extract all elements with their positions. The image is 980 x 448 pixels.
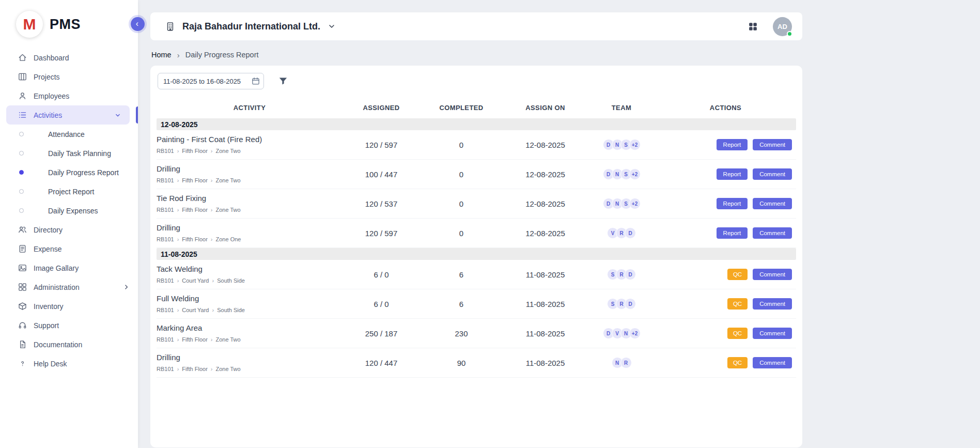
sidebar-item-inventory[interactable]: Inventory <box>0 297 138 316</box>
comment-button[interactable]: Comment <box>753 198 792 209</box>
completed-value: 230 <box>420 329 503 338</box>
sidebar-item-employees[interactable]: Employees <box>0 86 138 105</box>
team-avatar: D <box>625 269 636 280</box>
filter-button[interactable] <box>278 76 288 86</box>
report-button[interactable]: Report <box>717 168 748 180</box>
sidebar-subitem-daily-task-planning[interactable]: Daily Task Planning <box>0 144 138 163</box>
comment-button[interactable]: Comment <box>753 269 792 280</box>
path-project: RB101 <box>157 366 174 372</box>
completed-value: 6 <box>420 300 503 308</box>
comment-button[interactable]: Comment <box>753 328 792 339</box>
path-project: RB101 <box>157 148 174 154</box>
sidebar-item-directory[interactable]: Directory <box>0 220 138 239</box>
sidebar-subitem-daily-progress-report[interactable]: Daily Progress Report <box>0 163 138 182</box>
assign-on-value: 11-08-2025 <box>503 329 588 338</box>
sidebar-item-image-gallary[interactable]: Image Gallary <box>0 258 138 277</box>
report-button[interactable]: Report <box>717 227 748 239</box>
path-zone: Zone One <box>216 236 241 242</box>
report-button[interactable]: Report <box>717 139 748 150</box>
sidebar-item-support[interactable]: Support <box>0 316 138 335</box>
sidebar-item-label: Dashboard <box>34 54 69 62</box>
app-logo: M PMS <box>0 0 138 44</box>
qc-button[interactable]: QC <box>727 357 748 368</box>
sidebar-subitem-daily-expenses[interactable]: Daily Expenses <box>0 201 138 220</box>
assign-on-value: 11-08-2025 <box>503 359 588 367</box>
report-button[interactable]: Report <box>717 198 748 209</box>
activity-path: RB101›Court Yard›South Side <box>157 307 343 313</box>
sidebar-item-help-desk[interactable]: Help Desk <box>0 354 138 373</box>
sidebar-item-administration[interactable]: Administration <box>0 277 138 297</box>
activity-title: Marking Area <box>157 323 343 332</box>
chevron-right-icon: › <box>177 51 180 59</box>
column-header-team: TEAM <box>588 104 655 112</box>
table-row: Full Welding RB101›Court Yard›South Side… <box>157 289 796 319</box>
chevron-right-icon: › <box>177 366 179 372</box>
chevron-right-icon: › <box>177 277 179 284</box>
chevron-right-icon: › <box>177 236 179 242</box>
team-avatar: D <box>625 298 636 310</box>
company-selector[interactable]: Raja Bahadur International Ltd. <box>165 21 336 32</box>
bullet-icon <box>19 189 24 194</box>
team-avatars: DNS+2 <box>588 198 655 209</box>
home-icon <box>17 53 27 63</box>
comment-button[interactable]: Comment <box>753 357 792 368</box>
qc-button[interactable]: QC <box>727 328 748 339</box>
table-row: Tie Rod Fixing RB101›Fifth Floor›Zone Tw… <box>157 189 796 219</box>
users-icon <box>17 225 27 235</box>
bullet-icon <box>19 151 24 156</box>
online-status-dot <box>787 31 792 37</box>
path-project: RB101 <box>157 236 174 242</box>
path-floor: Fifth Floor <box>182 366 208 372</box>
assigned-value: 250 / 187 <box>343 329 420 338</box>
sidebar-item-label: Inventory <box>34 302 64 311</box>
help-icon <box>17 359 27 369</box>
assigned-value: 100 / 447 <box>343 170 420 179</box>
assigned-value: 6 / 0 <box>343 270 420 279</box>
activity-title: Drilling <box>157 164 343 173</box>
comment-button[interactable]: Comment <box>753 139 792 150</box>
path-project: RB101 <box>157 177 174 183</box>
completed-value: 0 <box>420 229 503 238</box>
qc-button[interactable]: QC <box>727 269 748 280</box>
sidebar-subitem-attendance[interactable]: Attendance <box>0 125 138 144</box>
comment-button[interactable]: Comment <box>753 168 792 180</box>
sidebar-item-expense[interactable]: Expense <box>0 239 138 258</box>
breadcrumb-home[interactable]: Home <box>151 51 172 59</box>
date-range-input[interactable] <box>158 73 264 89</box>
sidebar-collapse-button[interactable]: ‹ <box>131 17 145 31</box>
chevron-down-icon <box>114 112 121 119</box>
assign-on-value: 12-08-2025 <box>503 170 588 179</box>
app-name: PMS <box>50 17 81 33</box>
user-menu[interactable]: AD <box>773 17 792 36</box>
sidebar-item-projects[interactable]: Projects <box>0 67 138 86</box>
table-row: Drilling RB101›Fifth Floor›Zone Two 100 … <box>157 160 796 189</box>
path-project: RB101 <box>157 336 174 343</box>
chevron-right-icon: › <box>211 148 213 154</box>
sidebar-item-label: Help Desk <box>34 360 67 368</box>
table-row: Drilling RB101›Fifth Floor›Zone One 120 … <box>157 219 796 248</box>
column-header-assign-on: ASSIGN ON <box>503 104 588 112</box>
path-floor: Court Yard <box>182 277 209 284</box>
chevron-right-icon: › <box>212 307 214 313</box>
team-overflow-badge: +2 <box>629 139 641 150</box>
table-row: Marking Area RB101›Fifth Floor›Zone Two … <box>157 319 796 348</box>
assign-on-value: 11-08-2025 <box>503 270 588 279</box>
apps-grid-icon[interactable] <box>748 21 758 32</box>
qc-button[interactable]: QC <box>727 298 748 310</box>
table-row: Drilling RB101›Fifth Floor›Zone Two 120 … <box>157 348 796 378</box>
activity-path: RB101›Fifth Floor›Zone Two <box>157 177 343 183</box>
sidebar-subitem-project-report[interactable]: Project Report <box>0 182 138 201</box>
sidebar-item-label: Administration <box>34 283 80 291</box>
comment-button[interactable]: Comment <box>753 298 792 310</box>
column-header-completed: COMPLETED <box>420 104 503 112</box>
sidebar-item-documentation[interactable]: Documentation <box>0 335 138 354</box>
sidebar-item-label: Activities <box>34 111 62 119</box>
group-date-header: 12-08-2025 <box>157 118 796 130</box>
comment-button[interactable]: Comment <box>753 227 792 239</box>
sidebar-item-activities[interactable]: Activities <box>6 105 130 125</box>
image-icon <box>17 263 27 273</box>
date-range-picker <box>158 73 264 89</box>
chevron-right-icon: › <box>177 207 179 213</box>
sidebar-item-dashboard[interactable]: Dashboard <box>0 48 138 67</box>
column-header-activity: ACTIVITY <box>157 104 343 112</box>
